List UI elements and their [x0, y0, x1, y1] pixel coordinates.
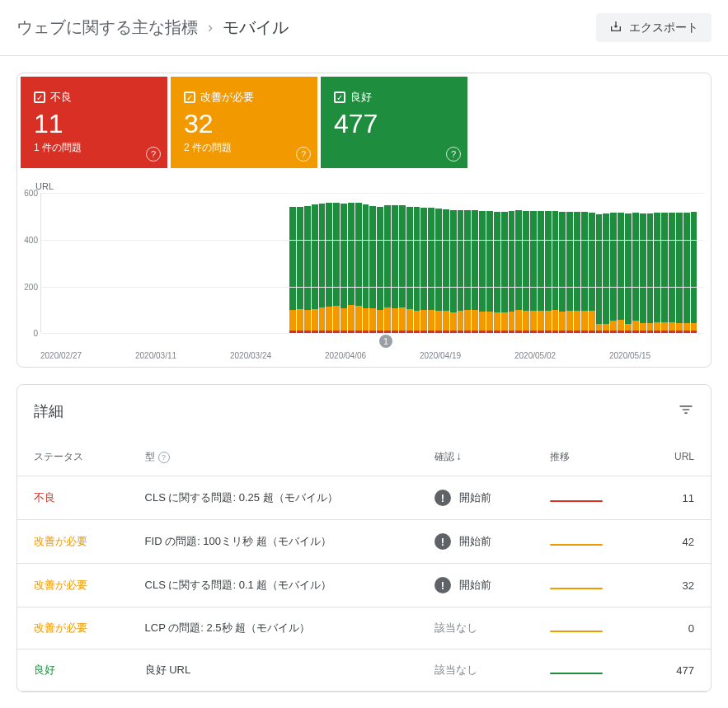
- x-tick: 2020/05/15: [609, 351, 704, 360]
- checkbox-icon: ✓: [334, 91, 345, 103]
- details-table: ステータス 型? 確認↓ 推移 URL 不良CLS に関する問題: 0.25 超…: [17, 438, 711, 692]
- bar[interactable]: [618, 213, 624, 333]
- bar[interactable]: [319, 204, 326, 334]
- table-row[interactable]: 改善が必要CLS に関する問題: 0.1 超（モバイル）!開始前32: [17, 564, 711, 607]
- bar[interactable]: [464, 210, 471, 334]
- bar[interactable]: [312, 204, 318, 333]
- exclamation-icon: !: [434, 490, 451, 506]
- tile-need[interactable]: ✓改善が必要 32 2 件の問題 ?: [171, 77, 317, 168]
- bar[interactable]: [392, 205, 398, 333]
- bar[interactable]: [443, 209, 449, 333]
- cell-url: 11: [643, 476, 711, 520]
- table-row[interactable]: 改善が必要FID の問題: 100ミリ秒 超（モバイル）!開始前42: [17, 520, 711, 564]
- col-trend[interactable]: 推移: [533, 438, 643, 476]
- cell-url: 42: [643, 520, 711, 564]
- bar[interactable]: [326, 203, 332, 333]
- bar[interactable]: [486, 211, 493, 334]
- bar[interactable]: [538, 211, 544, 333]
- export-button[interactable]: エクスポート: [596, 13, 712, 42]
- bar[interactable]: [509, 211, 515, 333]
- bar[interactable]: [610, 213, 617, 333]
- x-tick: 2020/03/11: [135, 351, 230, 360]
- bar[interactable]: [545, 211, 552, 334]
- bar[interactable]: [384, 205, 391, 334]
- bar[interactable]: [414, 207, 420, 333]
- bar[interactable]: [632, 213, 639, 333]
- bar[interactable]: [654, 213, 660, 333]
- col-type[interactable]: 型?: [129, 438, 418, 476]
- bar[interactable]: [450, 210, 457, 334]
- bar[interactable]: [435, 209, 442, 333]
- help-icon[interactable]: ?: [296, 147, 311, 162]
- bar[interactable]: [625, 213, 632, 333]
- bar[interactable]: [647, 213, 654, 334]
- tile-count: 11: [34, 108, 154, 139]
- bar[interactable]: [304, 206, 311, 333]
- arrow-down-icon: ↓: [456, 449, 462, 462]
- bar[interactable]: [420, 208, 427, 334]
- cell-status: 良好: [17, 649, 129, 692]
- bar[interactable]: [341, 204, 347, 334]
- breadcrumb-parent[interactable]: ウェブに関する主な指標: [16, 16, 198, 39]
- export-label: エクスポート: [629, 21, 698, 35]
- cell-trend: [533, 564, 643, 607]
- bar[interactable]: [574, 212, 580, 333]
- bar[interactable]: [669, 213, 675, 333]
- bar[interactable]: [515, 210, 522, 333]
- bar[interactable]: [494, 212, 500, 334]
- annotation-badge[interactable]: 1: [379, 335, 392, 348]
- bar[interactable]: [472, 210, 478, 333]
- sparkline: [550, 588, 603, 589]
- bar[interactable]: [377, 207, 383, 334]
- bar[interactable]: [458, 210, 464, 333]
- x-tick: 2020/03/24: [230, 351, 325, 360]
- cell-confirm: 該当なし: [418, 607, 533, 649]
- bar[interactable]: [683, 213, 690, 333]
- bar[interactable]: [428, 208, 434, 334]
- bar[interactable]: [566, 212, 573, 334]
- help-icon[interactable]: ?: [446, 147, 461, 162]
- bar[interactable]: [581, 212, 588, 334]
- bar[interactable]: [333, 203, 340, 333]
- tile-poor[interactable]: ✓不良 11 1 件の問題 ?: [21, 77, 167, 168]
- col-url[interactable]: URL: [643, 438, 711, 476]
- cell-status: 改善が必要: [17, 564, 129, 607]
- col-confirm[interactable]: 確認↓: [418, 438, 533, 476]
- bar[interactable]: [661, 213, 668, 333]
- bar[interactable]: [603, 213, 609, 334]
- cell-url: 477: [643, 649, 711, 692]
- bar[interactable]: [530, 211, 537, 333]
- filter-icon[interactable]: [678, 401, 694, 421]
- table-row[interactable]: 良好良好 URL該当なし477: [17, 649, 711, 692]
- bar[interactable]: [691, 212, 697, 333]
- bar[interactable]: [348, 203, 355, 333]
- bar[interactable]: [523, 211, 529, 334]
- tile-good[interactable]: ✓良好 477 ?: [321, 77, 467, 168]
- bar[interactable]: [369, 206, 376, 334]
- bar[interactable]: [640, 213, 646, 333]
- help-icon[interactable]: ?: [146, 147, 161, 162]
- bar[interactable]: [589, 213, 595, 334]
- bar[interactable]: [552, 211, 559, 333]
- bar[interactable]: [355, 203, 362, 333]
- table-row[interactable]: 不良CLS に関する問題: 0.25 超（モバイル）!開始前11: [17, 476, 711, 520]
- cell-confirm: !開始前: [418, 476, 533, 520]
- bar[interactable]: [289, 207, 296, 333]
- exclamation-icon: !: [434, 533, 451, 550]
- x-axis: 2020/02/272020/03/112020/03/242020/04/06…: [40, 351, 704, 360]
- bar[interactable]: [406, 207, 413, 334]
- bar[interactable]: [479, 211, 486, 333]
- bar[interactable]: [676, 213, 683, 333]
- bar[interactable]: [501, 212, 508, 334]
- cell-confirm: 該当なし: [418, 649, 533, 692]
- bar[interactable]: [297, 207, 303, 334]
- cell-trend: [533, 607, 643, 649]
- bar[interactable]: [559, 212, 566, 333]
- help-icon[interactable]: ?: [158, 452, 170, 463]
- table-row[interactable]: 改善が必要LCP の問題: 2.5秒 超（モバイル）該当なし0: [17, 607, 711, 649]
- x-tick: 2020/04/19: [420, 351, 514, 360]
- bar[interactable]: [399, 205, 406, 334]
- bar[interactable]: [363, 204, 369, 333]
- col-status[interactable]: ステータス: [17, 438, 129, 476]
- bar[interactable]: [596, 214, 603, 334]
